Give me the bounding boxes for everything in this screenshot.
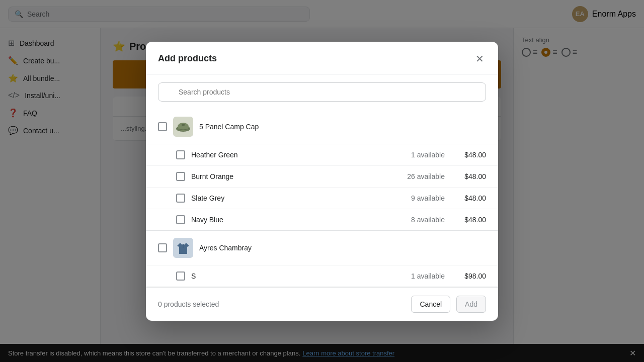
variant-name-navy-blue: Navy Blue: [191, 216, 388, 224]
variant-name-s: S: [191, 272, 388, 280]
modal-header: Add products ✕: [146, 42, 498, 74]
add-button[interactable]: Add: [456, 296, 486, 313]
add-products-modal: Add products ✕ 🔍: [146, 42, 498, 321]
product-thumb-camp-cap: [173, 117, 193, 137]
product-parent-ayres-chambray[interactable]: Ayres Chambray: [146, 231, 498, 265]
variant-navy-blue[interactable]: Navy Blue 8 available $48.00: [146, 209, 498, 230]
modal-search-area: 🔍: [146, 74, 498, 110]
footer-actions: Cancel Add: [411, 296, 486, 313]
variant-checkbox-heather-green[interactable]: [176, 150, 185, 159]
variant-checkbox-navy-blue[interactable]: [176, 215, 185, 224]
variant-heather-green[interactable]: Heather Green 1 available $48.00: [146, 144, 498, 165]
variant-checkbox-burnt-orange[interactable]: [176, 172, 185, 181]
modal-product-list: 5 Panel Camp Cap Heather Green 1 availab…: [146, 110, 498, 287]
cancel-button[interactable]: Cancel: [411, 296, 450, 313]
product-thumb-ayres-chambray: [173, 238, 193, 258]
product-group-ayres-chambray: Ayres Chambray S 1 available $98.00: [146, 231, 498, 287]
product-group-camp-cap: 5 Panel Camp Cap Heather Green 1 availab…: [146, 110, 498, 231]
product-name-ayres-chambray: Ayres Chambray: [199, 244, 486, 252]
variant-checkbox-s[interactable]: [176, 272, 185, 281]
variant-stock-slate-grey: 9 available: [394, 194, 445, 202]
modal-title: Add products: [158, 53, 217, 64]
variant-burnt-orange[interactable]: Burnt Orange 26 available $48.00: [146, 165, 498, 187]
modal-search-input[interactable]: [158, 82, 486, 102]
variant-checkbox-slate-grey[interactable]: [176, 194, 185, 203]
product-checkbox-ayres-chambray[interactable]: [158, 243, 167, 252]
modal-overlay: Add products ✕ 🔍: [0, 0, 644, 362]
svg-rect-3: [182, 124, 185, 126]
variant-price-navy-blue: $48.00: [451, 216, 486, 224]
product-parent-camp-cap[interactable]: 5 Panel Camp Cap: [146, 110, 498, 144]
variant-price-s: $98.00: [451, 272, 486, 280]
variant-price-slate-grey: $48.00: [451, 194, 486, 202]
variant-s[interactable]: S 1 available $98.00: [146, 265, 498, 287]
variant-name-burnt-orange: Burnt Orange: [191, 172, 388, 180]
variant-stock-burnt-orange: 26 available: [394, 172, 445, 180]
variant-stock-navy-blue: 8 available: [394, 216, 445, 224]
modal-close-button[interactable]: ✕: [473, 52, 486, 66]
modal-footer: 0 products selected Cancel Add: [146, 287, 498, 321]
variant-slate-grey[interactable]: Slate Grey 9 available $48.00: [146, 187, 498, 209]
variant-name-heather-green: Heather Green: [191, 151, 388, 159]
product-checkbox-camp-cap[interactable]: [158, 122, 167, 131]
variant-price-burnt-orange: $48.00: [451, 172, 486, 180]
product-name-camp-cap: 5 Panel Camp Cap: [199, 123, 486, 131]
variant-stock-s: 1 available: [394, 272, 445, 280]
variant-name-slate-grey: Slate Grey: [191, 194, 388, 202]
variant-price-heather-green: $48.00: [451, 151, 486, 159]
selected-count: 0 products selected: [158, 300, 219, 308]
variant-stock-heather-green: 1 available: [394, 151, 445, 159]
search-wrapper: 🔍: [158, 82, 486, 102]
